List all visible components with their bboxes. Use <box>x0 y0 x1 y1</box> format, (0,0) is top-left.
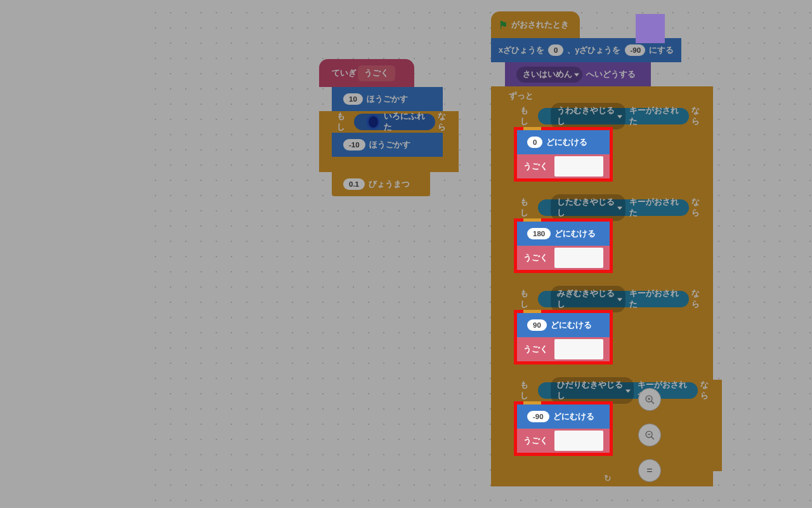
goto-x-label: xざひょうを <box>499 45 544 56</box>
zoom-controls: = <box>638 388 661 482</box>
neg-steps-label: ほうごかす <box>369 140 410 150</box>
then-down: なら <box>691 197 707 218</box>
repeat-arrow-icon: ↻ <box>502 471 713 485</box>
if-key-left-block[interactable]: もし ひだりむきやじるし キーがおされた なら -90 どにむける <box>502 380 722 471</box>
then-label: なら <box>438 111 452 133</box>
wait-value[interactable]: 0.1 <box>343 178 365 190</box>
key-dropdown-up[interactable]: うわむきやじるし <box>551 103 625 130</box>
then-left: なら <box>700 380 716 401</box>
if-label-left: もし <box>520 380 535 401</box>
svg-line-1 <box>651 401 653 403</box>
zoom-in-button[interactable] <box>638 388 661 411</box>
ugoku-block-down[interactable]: うごく <box>517 246 610 270</box>
point-direction-right[interactable]: 90 どにむける <box>517 313 610 337</box>
zoom-in-icon <box>645 394 655 405</box>
zoom-out-icon <box>645 430 655 441</box>
highlight-box-left: -90 どにむける うごく <box>514 401 613 456</box>
svg-line-5 <box>651 436 653 439</box>
layer-suffix: へいどうする <box>586 69 636 80</box>
forever-label: ずっと <box>509 91 534 102</box>
key-dropdown-down[interactable]: したむきやじるし <box>551 194 625 221</box>
highlight-box-up: 0 どにむける うごく <box>514 127 613 182</box>
key-pressed-down[interactable]: したむきやじるし キーがおされた <box>538 199 690 216</box>
workspace-canvas[interactable]: ていぎ うごく 10 ほうごかす もし いろにふれた なら -10 ほうごかす <box>143 0 812 508</box>
ugoku-block-up[interactable]: うごく <box>517 154 610 178</box>
zoom-reset-button[interactable]: = <box>638 459 661 482</box>
color-swatch-icon[interactable] <box>367 114 380 130</box>
if-label: もし <box>337 111 351 133</box>
then-right: なら <box>691 288 707 310</box>
layer-dropdown[interactable]: さいはいめん <box>516 67 582 83</box>
move-neg-steps-block[interactable]: -10 ほうごかす <box>332 133 443 157</box>
forever-block[interactable]: ずっと もし うわむきやじるし キーがおされた なら <box>491 86 713 486</box>
ugoku-block-right[interactable]: うごく <box>517 337 610 361</box>
define-hat-block[interactable]: ていぎ うごく <box>319 59 414 87</box>
point-direction-up[interactable]: 0 どにむける <box>517 130 610 154</box>
key-dropdown-left[interactable]: ひだりむきやじるし <box>551 377 634 404</box>
goto-y-value[interactable]: -90 <box>625 44 646 56</box>
touching-label: いろにふれた <box>384 111 426 133</box>
if-key-down-block[interactable]: もし したむきやじるし キーがおされた なら 180 どにむける <box>502 197 713 288</box>
then-up: なら <box>691 105 707 127</box>
point-direction-down[interactable]: 180 どにむける <box>517 222 610 246</box>
goto-x-value[interactable]: 0 <box>548 44 563 56</box>
touching-color-reporter[interactable]: いろにふれた <box>354 114 435 130</box>
move-steps-label: ほうごかす <box>367 94 408 105</box>
zoom-out-button[interactable] <box>638 424 661 446</box>
highlight-box-right: 90 どにむける うごく <box>514 310 613 364</box>
point-direction-left[interactable]: -90 どにむける <box>517 404 610 429</box>
key-pressed-up[interactable]: うわむきやじるし キーがおされた <box>538 108 690 124</box>
key-pressed-left[interactable]: ひだりむきやじるし キーがおされた <box>538 382 698 399</box>
if-label-up: もし <box>520 105 535 127</box>
goto-suffix: にする <box>649 45 674 56</box>
right-block-stack[interactable]: ⚑ がおされたとき xざひょうを 0 、yざひょうを -90 にする さいはいめ… <box>491 11 716 486</box>
if-touching-block[interactable]: もし いろにふれた なら -10 ほうごかす <box>319 111 459 172</box>
if-key-right-block[interactable]: もし みぎむきやじるし キーがおされた なら 90 どにむける <box>502 288 713 380</box>
when-flag-clicked-block[interactable]: ⚑ がおされたとき <box>491 11 580 38</box>
define-name: うごく <box>358 65 395 81</box>
move-steps-block[interactable]: 10 ほうごかす <box>332 87 443 111</box>
if-key-up-block[interactable]: もし うわむきやじるし キーがおされた なら 0 どにむける <box>502 105 713 197</box>
neg-steps-value[interactable]: -10 <box>343 139 365 150</box>
when-flag-label: がおされたとき <box>511 20 569 30</box>
key-pressed-right[interactable]: みぎむきやじるし キーがおされた <box>538 291 690 307</box>
define-label: ていぎ <box>332 68 357 79</box>
key-dropdown-right[interactable]: みぎむきやじるし <box>551 286 625 312</box>
goto-y-label: 、yざひょうを <box>567 45 621 56</box>
if-label-down: もし <box>520 197 535 218</box>
wait-label: びょうまつ <box>369 179 410 190</box>
highlight-box-down: 180 どにむける うごく <box>514 218 613 273</box>
move-steps-value[interactable]: 10 <box>343 93 363 105</box>
wait-block[interactable]: 0.1 びょうまつ <box>332 172 430 196</box>
ugoku-block-left[interactable]: うごく <box>517 429 610 453</box>
flag-icon: ⚑ <box>499 19 508 31</box>
layer-drop-label: さいはいめん <box>523 70 572 79</box>
go-to-layer-block[interactable]: さいはいめん へいどうする <box>505 62 651 86</box>
if-label-right: もし <box>520 288 535 310</box>
purple-tile <box>636 14 665 43</box>
left-block-stack[interactable]: ていぎ うごく 10 ほうごかす もし いろにふれた なら -10 ほうごかす <box>319 59 455 196</box>
